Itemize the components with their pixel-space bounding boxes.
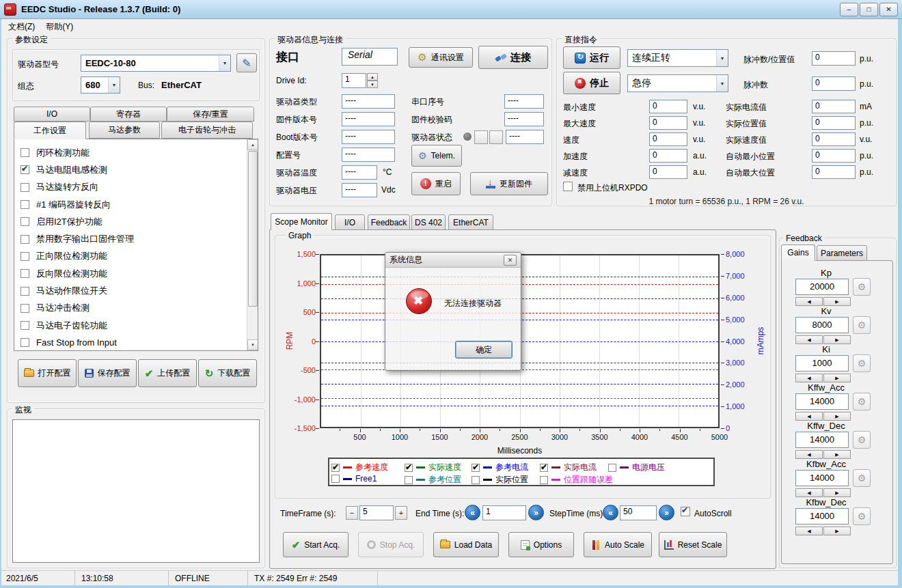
checkbox[interactable]: [20, 148, 29, 157]
gear-icon[interactable]: [853, 431, 871, 449]
checkbox[interactable]: [20, 252, 29, 261]
restart-button[interactable]: 重启: [411, 172, 461, 195]
comm-settings-button[interactable]: 通讯设置: [409, 47, 473, 68]
tab-gains[interactable]: Gains: [781, 244, 815, 261]
checkbox[interactable]: [20, 165, 29, 174]
cmd-input[interactable]: 0: [649, 116, 687, 130]
legend-checkbox[interactable]: [405, 476, 413, 484]
status-button-2[interactable]: [489, 130, 503, 144]
legend-checkbox[interactable]: [472, 476, 480, 484]
gain-decrement-button[interactable]: ◀: [795, 527, 823, 535]
checkbox[interactable]: [20, 321, 29, 330]
checkbox[interactable]: [20, 287, 29, 296]
menu-item[interactable]: 文档(Z): [3, 20, 40, 34]
drive-id-up-icon[interactable]: ▲: [367, 73, 378, 81]
status-button-1[interactable]: [474, 130, 488, 144]
tab-EtherCAT[interactable]: EtherCAT: [448, 214, 493, 230]
stop-mode-select[interactable]: 急停 ▼: [627, 74, 728, 92]
list-item[interactable]: 马达电子齿轮功能: [14, 317, 258, 334]
gain-decrement-button[interactable]: ◀: [795, 335, 823, 344]
gain-decrement-button[interactable]: ◀: [795, 412, 823, 421]
timeframe-plus-button[interactable]: +: [395, 506, 407, 520]
timeframe-input[interactable]: 5: [359, 505, 394, 520]
list-item[interactable]: Fast Stop from Input: [14, 334, 258, 351]
list-item[interactable]: 启用I2T保护功能: [14, 213, 258, 230]
button-上传配置[interactable]: 上传配置: [138, 359, 197, 387]
list-item[interactable]: 马达冲击检测: [14, 300, 258, 317]
checkbox[interactable]: [20, 304, 29, 313]
gain-input-Kv[interactable]: 8000: [795, 317, 849, 333]
gain-increment-button[interactable]: ▶: [823, 488, 851, 497]
endtime-input[interactable]: 1: [482, 505, 526, 520]
minimize-button[interactable]: –: [840, 3, 858, 16]
cmd-input[interactable]: 0: [812, 132, 856, 146]
tab-I/O[interactable]: I/O: [335, 214, 365, 230]
gear-icon[interactable]: [853, 278, 871, 296]
button-Options[interactable]: Options: [508, 532, 574, 557]
scroll-up-icon[interactable]: ▲: [247, 139, 258, 150]
tab-保存/重置[interactable]: 保存/重置: [167, 107, 254, 122]
cmd-input[interactable]: 0: [649, 165, 687, 179]
maximize-button[interactable]: □: [860, 3, 878, 16]
tab-寄存器[interactable]: 寄存器: [90, 107, 167, 122]
list-item[interactable]: 马达动作限位开关: [14, 282, 258, 299]
list-item[interactable]: 正向限位检测功能: [14, 248, 258, 265]
list-item[interactable]: #1 编码器旋转反向: [14, 196, 258, 213]
list-item[interactable]: 禁用数字输出口固件管理: [14, 230, 258, 247]
gain-decrement-button[interactable]: ◀: [795, 297, 823, 306]
gain-input-Kp[interactable]: 20000: [795, 279, 849, 295]
telemetry-button[interactable]: Telem.: [411, 145, 462, 167]
tab-I/O[interactable]: I/O: [14, 107, 90, 122]
connect-button[interactable]: 连接: [478, 46, 548, 69]
gain-increment-button[interactable]: ▶: [823, 527, 851, 535]
steptime-forward-button[interactable]: »: [659, 505, 674, 520]
drive-id-down-icon[interactable]: ▼: [367, 81, 378, 88]
titlebar[interactable]: EEDC Studio - Release 1.3.7 (Build: 0) –…: [0, 0, 902, 19]
legend-checkbox[interactable]: [331, 464, 340, 472]
pulse-input[interactable]: 0: [812, 76, 856, 91]
run-button[interactable]: 运行: [563, 46, 620, 69]
gear-icon[interactable]: [853, 507, 871, 525]
gain-increment-button[interactable]: ▶: [823, 450, 851, 459]
steptime-input[interactable]: 50: [620, 505, 657, 520]
list-item[interactable]: 闭环检测功能: [14, 144, 258, 161]
pulse-pos-input[interactable]: 0: [812, 51, 856, 66]
cmd-input[interactable]: 0: [649, 149, 687, 163]
tab-Scope Monitor[interactable]: Scope Monitor: [271, 213, 332, 230]
cmd-input[interactable]: 0: [812, 149, 856, 163]
gain-input-Ki[interactable]: 1000: [795, 355, 849, 372]
cmd-input[interactable]: 0: [812, 165, 856, 179]
button-保存配置[interactable]: 保存配置: [78, 359, 137, 387]
dialog-close-button[interactable]: ✕: [504, 255, 517, 266]
drive-id-input[interactable]: 1: [342, 73, 366, 88]
drive-model-select[interactable]: EEDC-10-80 ▼: [81, 55, 231, 72]
tab-马达参数[interactable]: 马达参数: [89, 122, 160, 139]
dialog-titlebar[interactable]: 系统信息 ✕: [385, 253, 521, 268]
gain-input-Kffw_Acc[interactable]: 14000: [795, 393, 849, 410]
chevron-down-icon[interactable]: ▼: [108, 77, 120, 93]
ok-button[interactable]: 确定: [455, 341, 512, 359]
chevron-down-icon[interactable]: ▼: [716, 75, 728, 92]
chevron-down-icon[interactable]: ▼: [219, 55, 230, 71]
legend-checkbox[interactable]: [405, 464, 413, 472]
gain-increment-button[interactable]: ▶: [823, 374, 851, 382]
list-scrollbar[interactable]: ▲ ▼: [247, 139, 258, 350]
gain-increment-button[interactable]: ▶: [823, 412, 851, 421]
cmd-input[interactable]: 0: [812, 100, 856, 113]
gear-icon[interactable]: [853, 316, 871, 334]
legend-checkbox[interactable]: [540, 464, 548, 472]
tab-DS 402[interactable]: DS 402: [411, 214, 446, 230]
steptime-back-button[interactable]: «: [603, 505, 618, 520]
gain-input-Kfbw_Acc[interactable]: 14000: [795, 470, 849, 486]
update-firmware-button[interactable]: 更新固件: [470, 172, 548, 195]
button-Load Data[interactable]: Load Data: [433, 532, 499, 557]
button-打开配置[interactable]: 打开配置: [18, 359, 77, 387]
config-id-select[interactable]: 680 ▼: [81, 76, 120, 94]
gear-icon[interactable]: [853, 469, 871, 487]
rxpdo-checkbox[interactable]: [563, 182, 573, 191]
stop-button[interactable]: 停止: [563, 72, 620, 94]
button-Reset Scale[interactable]: Reset Scale: [659, 532, 727, 557]
endtime-end-button[interactable]: »: [528, 505, 544, 520]
cmd-input[interactable]: 0: [649, 100, 687, 113]
button-Auto Scale[interactable]: Auto Scale: [584, 532, 652, 557]
